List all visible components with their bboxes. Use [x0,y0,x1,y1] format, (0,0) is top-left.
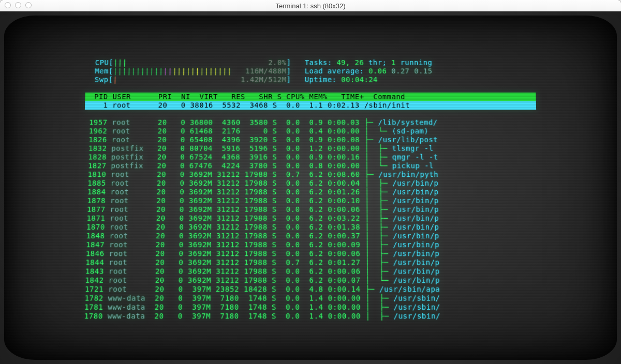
swp-meter: Swp[| 1.42M/512M] Uptime: 00:04:24 [85,75,536,84]
process-row[interactable]: 1721 root 20 0 397M 23852 18428 S 0.0 4.… [80,285,541,294]
process-row[interactable]: 1832 postfix 20 0 80704 5916 5196 S 0.0 … [84,144,538,153]
maximize-icon[interactable] [25,2,32,8]
process-row[interactable]: 1826 root 20 0 65408 4396 3920 S 0.0 0.9… [84,135,537,144]
close-icon[interactable] [5,2,11,8]
terminal-content[interactable]: CPU[||| 2.0%] Tasks: 49, 26 thr; 1 runni… [79,58,541,321]
process-row[interactable]: 1842 root 20 0 3692M 31212 17988 S 0.0 6… [80,276,541,285]
minimize-icon[interactable] [15,2,21,8]
window-title: Terminal 1: ssh (80x32) [0,2,621,10]
process-row[interactable]: 1877 root 20 0 3692M 31212 17988 S 0.0 6… [82,205,539,214]
mem-meter: Mem[|||||||||||||||||||||||||| 116M/488M… [86,67,536,75]
process-row[interactable]: 1843 root 20 0 3692M 31212 17988 S 0.0 6… [81,267,541,276]
process-row[interactable]: 1827 postfix 20 0 67476 4224 3780 S 0.0 … [83,161,538,170]
process-row[interactable]: 1828 postfix 20 0 67524 4368 3916 S 0.0 … [83,153,537,162]
window-controls [5,2,32,8]
window-titlebar: Terminal 1: ssh (80x32) [0,0,621,12]
process-row-selected[interactable]: 1 root 20 0 38016 5532 3468 S 0.0 1.1 0:… [85,101,536,110]
column-header[interactable]: PID USER PRI NI VIRT RES SHR S CPU% MEM%… [85,93,536,101]
process-row[interactable]: 1846 root 20 0 3692M 31212 17988 S 0.0 6… [81,249,540,258]
process-row[interactable]: 1848 root 20 0 3692M 31212 17988 S 0.0 6… [81,232,539,240]
process-row[interactable]: 1780 www-data 20 0 397M 7180 1748 S 0.0 … [79,312,541,321]
process-row[interactable]: 1885 root 20 0 3692M 31212 17988 S 0.0 6… [83,179,538,188]
process-row[interactable]: 1957 root 20 0 36800 4360 3580 S 0.0 0.9… [84,118,537,127]
terminal-window: Terminal 1: ssh (80x32) CPU[||| 2.0%] Ta… [0,0,621,364]
crt-screen: CPU[||| 2.0%] Tasks: 49, 26 thr; 1 runni… [0,11,621,364]
process-row[interactable]: 1871 root 20 0 3692M 31212 17988 S 0.0 6… [82,214,539,223]
process-row[interactable]: 1810 root 20 0 3692M 31212 17988 S 0.7 6… [83,170,538,179]
process-row[interactable]: 1870 root 20 0 3692M 31212 17988 S 0.0 6… [82,223,539,232]
process-row[interactable]: 1781 www-data 20 0 397M 7180 1748 S 0.0 … [80,303,541,312]
process-row[interactable]: 1884 root 20 0 3692M 31212 17988 S 0.0 6… [83,188,539,196]
crt-bezel: CPU[||| 2.0%] Tasks: 49, 26 thr; 1 runni… [4,16,617,360]
process-row[interactable]: 1878 root 20 0 3692M 31212 17988 S 0.0 6… [82,196,539,205]
process-row[interactable]: 1847 root 20 0 3692M 31212 17988 S 0.0 6… [81,240,540,249]
process-row[interactable]: 1962 root 20 0 61468 2176 0 S 0.0 0.4 0:… [84,127,537,135]
cpu-meter: CPU[||| 2.0%] Tasks: 49, 26 thr; 1 runni… [86,58,535,67]
process-row[interactable]: 1782 www-data 20 0 397M 7180 1748 S 0.0 … [80,294,541,302]
process-row[interactable]: 1844 root 20 0 3692M 31212 17988 S 0.7 6… [81,258,540,267]
